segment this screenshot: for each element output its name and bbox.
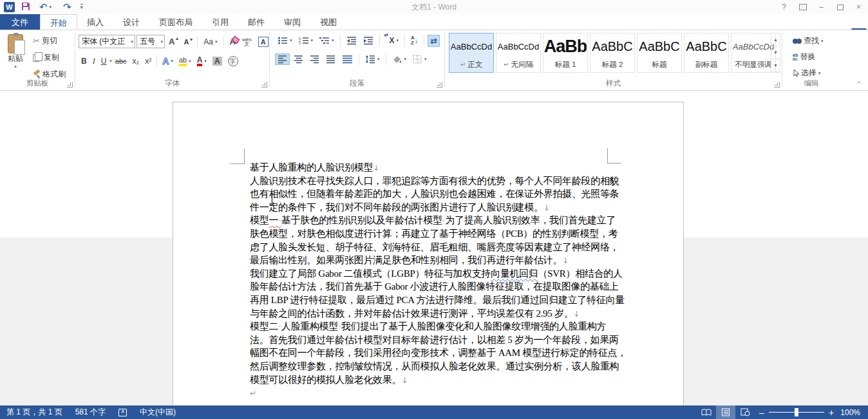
style-heading1[interactable]: AaBb标题 1 — [543, 33, 588, 73]
document-text[interactable]: 基于人脸重构的人脸识别模型↓人脸识别技术在寻找失踪人口，罪犯追踪等方面有很大的优… — [250, 161, 608, 400]
collapse-ribbon-button[interactable]: ⌃ — [856, 80, 862, 88]
clipboard-dialog-launcher[interactable] — [67, 82, 73, 88]
zoom-in-button[interactable]: + — [824, 407, 838, 418]
styles-scroll-up[interactable]: ▲ — [771, 33, 780, 46]
tab-mailings[interactable]: 邮件 — [238, 14, 274, 30]
select-button[interactable]: 选择▾ — [790, 66, 826, 80]
page-indicator[interactable]: 第 1 页，共 1 页 — [0, 405, 69, 419]
style-subtitle[interactable]: AaBbC副标题 — [684, 33, 729, 73]
styles-gallery-more[interactable]: ▼ — [771, 59, 780, 72]
styles-dialog-launcher[interactable] — [774, 82, 780, 88]
tab-review[interactable]: 审阅 — [274, 14, 310, 30]
align-right-button[interactable] — [307, 53, 322, 65]
close-button[interactable]: × — [849, 0, 868, 14]
tab-references[interactable]: 引用 — [202, 14, 238, 30]
text-line[interactable]: ↵ — [250, 386, 608, 400]
highlight-color-button[interactable]: ab▾ — [176, 55, 194, 68]
tab-insert[interactable]: 插入 — [77, 14, 113, 30]
text-line[interactable]: 然后调整纹理参数，控制皱纹情况，从而模拟人脸老化效果。通过实例分析，该人脸重构 — [250, 360, 608, 373]
numbering-button[interactable]: 123▾ — [296, 35, 316, 46]
subscript-button[interactable]: x₂ — [130, 55, 142, 67]
text-line[interactable]: 基于人脸重构的人脸识别模型↓ — [250, 161, 608, 174]
text-line[interactable]: 件一定的条件下，我们对不同年龄段的两张图片进行了人脸识别建模。↓ — [250, 201, 608, 214]
text-line[interactable]: 法。首先我们通过年龄估计模型对目标年龄进行估计，以相差 5 岁为一个年龄段，如果… — [250, 333, 608, 347]
justify-button[interactable] — [323, 53, 338, 65]
save-button[interactable] — [21, 2, 30, 13]
tab-file[interactable]: 文件 — [0, 14, 40, 30]
show-hide-marks-button[interactable]: ⇄ — [428, 35, 440, 47]
underline-button[interactable]: U — [99, 55, 109, 67]
character-shading-button[interactable]: A — [210, 55, 225, 67]
bold-button[interactable]: B — [79, 55, 90, 67]
bullets-button[interactable]: ▾ — [275, 35, 295, 46]
undo-button[interactable]: ↶▾ — [37, 1, 54, 13]
read-mode-button[interactable] — [697, 405, 716, 419]
replace-button[interactable]: abac替换 — [790, 50, 826, 64]
italic-button[interactable]: I — [90, 55, 98, 68]
language-indicator[interactable]: 中文(中国) — [133, 405, 182, 419]
clear-formatting-button[interactable]: A — [227, 35, 238, 48]
text-line[interactable]: 与年龄之间的估计函数，并对年龄估计效果进行测评，平均误差仅有 2.95 岁。↓ — [250, 307, 608, 321]
tab-design[interactable]: 设计 — [113, 14, 149, 30]
text-line[interactable]: 也有相似性，但随着年龄差距的加大，人脸识别也会越困难，在保证外界拍摄、光照等条 — [250, 187, 608, 201]
text-line[interactable]: 脸年龄估计方法，我们首先基于 Gabor 小波进行人脸图像特征提取，在提取图像的… — [250, 280, 608, 293]
strikethrough-button[interactable]: abc — [113, 56, 129, 66]
font-size-combo[interactable]: 五号▾ — [137, 35, 165, 48]
text-line[interactable]: 我们建立了局部 Gabor 二值模式（LGBP）特征与加权支持向量机回归（SVR… — [250, 267, 608, 281]
text-line[interactable]: 人脸识别技术在寻找失踪人口，罪犯追踪等方面有很大的优势，每个人不同年龄段的相貌 — [250, 174, 608, 188]
cut-button[interactable]: ✂剪切 — [30, 34, 68, 48]
decrease-indent-button[interactable] — [344, 35, 359, 46]
print-layout-button[interactable] — [716, 405, 735, 419]
help-button[interactable]: ? — [775, 0, 793, 14]
zoom-out-button[interactable]: – — [755, 407, 769, 418]
maximize-button[interactable] — [831, 0, 849, 14]
change-case-button[interactable]: Aa▾ — [201, 36, 220, 48]
font-dialog-launcher[interactable] — [261, 82, 267, 88]
find-button[interactable]: 查找▾ — [790, 34, 826, 48]
customize-qat-button[interactable]: ▾ — [80, 4, 83, 10]
font-name-combo[interactable]: 宋体 (中文正▾ — [79, 35, 135, 48]
shading-button[interactable]: ▾ — [390, 53, 410, 65]
style-heading2[interactable]: AaBbC标题 2 — [590, 33, 635, 73]
grow-font-button[interactable]: A▲ — [166, 35, 180, 48]
align-left-button[interactable] — [275, 53, 290, 65]
borders-button[interactable]: ▾ — [410, 53, 429, 65]
text-line[interactable]: 模型二·人脸重构模型·我们提出了基于人脸图像变化和人脸图像纹理增强的人脸重构方 — [250, 320, 608, 333]
font-color-button[interactable]: A▾ — [194, 55, 209, 68]
copy-button[interactable]: 复制 — [30, 51, 68, 64]
increase-indent-button[interactable] — [361, 35, 376, 46]
minimize-button[interactable]: – — [812, 0, 831, 14]
tab-home[interactable]: 开始 — [40, 14, 77, 30]
style-no-spacing[interactable]: AaBbCcDd↵ 无间隔 — [496, 33, 541, 73]
shrink-font-button[interactable]: A▼ — [181, 37, 194, 47]
word-count[interactable]: 581 个字 — [69, 405, 112, 419]
ribbon-display-options-button[interactable]: ↑ — [793, 0, 812, 14]
text-effects-button[interactable]: A▾ — [160, 55, 176, 68]
text-line[interactable]: 再用 LBP 进行特征提取，最后通过 PCA 方法进行降维。最后我们通过回归建立… — [250, 293, 608, 307]
enclose-characters-button[interactable]: 字 — [225, 55, 241, 68]
text-line[interactable]: 虑了人脸头发长短、胡子特征、刘海特征、眉毛粗细、嘴唇亮度等因素建立了神经网络， — [250, 241, 608, 254]
styles-scroll-down[interactable]: ▼ — [771, 46, 780, 59]
text-line[interactable]: 最后输出性别。如果两张图片满足肤色和性别相同，我们再进行年龄估计。↓ — [250, 254, 608, 267]
paragraph-dialog-launcher[interactable] — [437, 82, 442, 88]
redo-button[interactable]: ↷ — [61, 1, 74, 13]
style-subtle-emphasis[interactable]: AaBbCcDd不明显强调 — [731, 33, 776, 73]
text-line[interactable]: 模型可以很好的模拟人脸老化效果。↓ — [250, 373, 608, 387]
tab-page-layout[interactable]: 页面布局 — [149, 14, 202, 30]
web-layout-button[interactable] — [735, 405, 755, 419]
line-spacing-button[interactable]: ▾ — [363, 53, 382, 65]
text-line[interactable]: 幅图不在同一个年龄段，我们采用径向变形技术，调整基于 AAM 模型进行标定的特征… — [250, 346, 608, 360]
text-line[interactable]: 肤色模型，对肤色相似度进行计算；再建立了基于神经网络（PCB）的性别判断模型，考 — [250, 227, 608, 241]
phonetic-guide-button[interactable]: wén文 — [240, 36, 254, 48]
sort-button[interactable]: AZ↓ — [408, 34, 420, 47]
style-title[interactable]: AaBbC标题 — [637, 33, 682, 73]
tab-view[interactable]: 视图 — [310, 14, 346, 30]
distributed-button[interactable] — [339, 53, 355, 65]
zoom-slider-thumb[interactable] — [795, 408, 798, 416]
align-center-button[interactable] — [291, 53, 306, 65]
superscript-button[interactable]: x² — [142, 55, 154, 67]
multilevel-list-button[interactable]: ▾ — [317, 35, 337, 46]
asian-layout-button[interactable]: X▾ — [383, 35, 402, 46]
proofing-status-button[interactable] — [112, 405, 133, 419]
text-line[interactable]: 模型一·基于肤色的性别识别以及年龄估计模型·为了提高人脸识别效率，我们首先建立了 — [250, 214, 608, 227]
